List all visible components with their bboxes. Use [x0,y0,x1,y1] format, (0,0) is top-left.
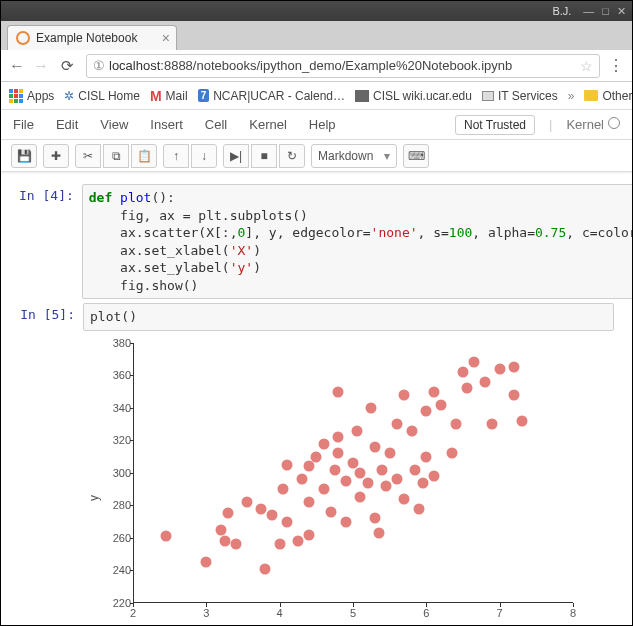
data-point [278,484,289,495]
menu-edit[interactable]: Edit [56,117,78,132]
data-point [436,399,447,410]
data-point [318,484,329,495]
menu-file[interactable]: File [13,117,34,132]
data-point [161,531,172,542]
y-tick-label: 340 [109,402,131,414]
data-point [509,389,520,400]
x-tick-label: 8 [563,607,583,619]
back-icon[interactable]: ← [9,57,25,75]
calendar-icon: 7 [198,89,210,102]
data-point [406,425,417,436]
url-host: localhost [109,58,160,73]
browser-tab[interactable]: Example Notebook × [7,25,177,50]
command-palette-button[interactable]: ⌨ [403,144,429,168]
data-point [223,508,234,519]
run-button[interactable]: ▶| [223,144,249,168]
menu-help[interactable]: Help [309,117,336,132]
data-point [421,451,432,462]
move-up-button[interactable]: ↑ [163,144,189,168]
scatter-plot: X y 2202402602803003203403603802345678 [83,335,585,626]
data-point [509,362,520,373]
data-point [304,497,315,508]
notebook-cells-area[interactable]: In [4]: def plot(): fig, ax = plt.subplo… [1,172,632,626]
other-bookmarks[interactable]: Other bookmarks [584,89,632,103]
y-tick-label: 260 [109,532,131,544]
data-point [384,448,395,459]
apps-shortcut[interactable]: Apps [9,89,54,103]
data-point [370,441,381,452]
url-input[interactable]: ① localhost :8888 /notebooks/ipython_dem… [86,54,600,78]
forward-icon: → [33,57,49,75]
y-axis-label: y [87,495,101,501]
data-point [340,516,351,527]
data-point [469,357,480,368]
code-content[interactable]: def plot(): fig, ax = plt.subplots() ax.… [89,189,632,294]
bookmarks-bar: Apps ✲CISL Home MMail 7NCAR|UCAR - Calen… [1,82,632,110]
move-down-button[interactable]: ↓ [191,144,217,168]
bookmarks-folder-icon [584,90,598,101]
chrome-menu-icon[interactable]: ⋮ [608,56,624,75]
output-prompt [19,335,83,626]
y-tick-label: 240 [109,564,131,576]
plot-area [133,343,573,603]
notebook-toolbar: 💾 ✚ ✂ ⧉ 📋 ↑ ↓ ▶| ■ ↻ Markdown ⌨ [1,140,632,172]
menu-cell[interactable]: Cell [205,117,227,132]
data-point [516,415,527,426]
plus-icon: ✚ [51,149,61,163]
data-point [414,503,425,514]
code-content[interactable]: plot() [90,308,607,326]
menu-insert[interactable]: Insert [150,117,183,132]
bookmarks-overflow-icon[interactable]: » [568,89,575,103]
x-tick-label: 3 [196,607,216,619]
keyboard-icon: ⌨ [408,149,425,163]
site-info-icon[interactable]: ① [93,58,105,73]
minimize-icon[interactable]: — [583,5,594,18]
data-point [399,389,410,400]
trust-indicator[interactable]: Not Trusted [455,115,535,135]
close-window-icon[interactable]: ✕ [617,5,626,18]
restart-button[interactable]: ↻ [279,144,305,168]
data-point [370,513,381,524]
bookmark-it-services[interactable]: IT Services [482,89,558,103]
cell-type-select[interactable]: Markdown [311,144,397,168]
code-cell-4[interactable]: In [4]: def plot(): fig, ax = plt.subplo… [19,184,614,299]
copy-button[interactable]: ⧉ [103,144,129,168]
data-point [230,539,241,550]
input-prompt: In [4]: [19,184,82,299]
code-cell-5[interactable]: In [5]: plot() [19,303,614,331]
x-tick-label: 7 [490,607,510,619]
bookmark-cisl-wiki[interactable]: CISL wiki.ucar.edu [355,89,472,103]
bookmark-cisl-home[interactable]: ✲CISL Home [64,89,140,103]
data-point [304,529,315,540]
maximize-icon[interactable]: □ [602,5,609,18]
save-button[interactable]: 💾 [11,144,37,168]
reload-icon[interactable]: ⟳ [61,57,74,75]
menu-view[interactable]: View [100,117,128,132]
data-point [428,386,439,397]
data-point [417,477,428,488]
kernel-menu[interactable]: Kernel [566,117,620,132]
restart-icon: ↻ [287,149,297,163]
paste-button[interactable]: 📋 [131,144,157,168]
data-point [326,506,337,517]
data-point [282,516,293,527]
url-port: :8888 [160,58,193,73]
data-point [447,448,458,459]
close-tab-icon[interactable]: × [162,30,170,46]
y-tick-label: 380 [109,337,131,349]
menu-kernel[interactable]: Kernel [249,117,287,132]
bookmark-mail[interactable]: MMail [150,88,188,104]
input-prompt: In [5]: [19,303,83,331]
data-point [399,493,410,504]
user-badge: B.J. [552,5,571,17]
cut-button[interactable]: ✂ [75,144,101,168]
apps-grid-icon [9,89,23,103]
bookmark-star-icon[interactable]: ☆ [580,58,593,74]
stop-button[interactable]: ■ [251,144,277,168]
kernel-status-icon [608,117,620,129]
data-point [333,448,344,459]
bookmark-ncar[interactable]: 7NCAR|UCAR - Calend… [198,89,345,103]
add-cell-button[interactable]: ✚ [43,144,69,168]
paste-icon: 📋 [137,149,152,163]
data-point [480,376,491,387]
